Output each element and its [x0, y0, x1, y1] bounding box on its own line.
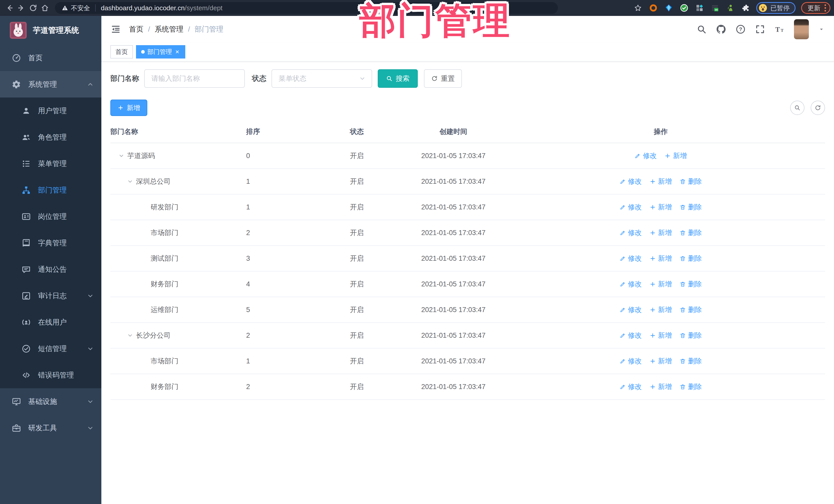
tag-active[interactable]: 部门管理: [136, 45, 185, 59]
sidebar-item-label: 角色管理: [38, 132, 67, 142]
font-size-icon[interactable]: TT: [774, 24, 785, 35]
expand-arrow-icon[interactable]: [127, 178, 133, 185]
reset-button[interactable]: 重置: [424, 69, 462, 88]
sidebar-item-audit-log[interactable]: 审计日志: [0, 283, 101, 309]
delete-action-link[interactable]: 删除: [680, 305, 702, 314]
megaphone-icon: [22, 265, 31, 274]
expand-arrow-icon[interactable]: [118, 152, 125, 159]
expand-arrow-icon[interactable]: [127, 332, 133, 339]
chevron-down-icon: [86, 292, 94, 300]
edit-action-link[interactable]: 修改: [619, 305, 642, 314]
sidebar-item-menu-management[interactable]: 菜单管理: [0, 150, 101, 177]
hamburger-icon[interactable]: [111, 24, 121, 35]
home-button[interactable]: [39, 2, 51, 14]
status-select[interactable]: 菜单状态: [271, 69, 372, 88]
edit-action-link[interactable]: 修改: [619, 202, 642, 212]
url-text: dashboard.yudao.iocoder.cn/system/dept: [101, 4, 222, 12]
edit-action-link[interactable]: 修改: [619, 280, 642, 289]
sidebar-item-sms-management[interactable]: 短信管理: [0, 335, 101, 362]
refresh-table-button[interactable]: [811, 101, 825, 115]
github-icon[interactable]: [716, 24, 726, 35]
help-icon[interactable]: ?: [736, 24, 746, 35]
plus-icon: [650, 255, 656, 262]
sidebar-item-role-management[interactable]: 角色管理: [0, 124, 101, 150]
extension-tampermonkey-icon[interactable]: on: [710, 3, 720, 13]
extensions-puzzle-icon[interactable]: [741, 3, 751, 13]
delete-action-link[interactable]: 删除: [680, 254, 702, 263]
delete-action-link[interactable]: 删除: [680, 331, 702, 340]
extension-blue-gem-icon[interactable]: [664, 3, 674, 13]
toggle-search-button[interactable]: [790, 101, 805, 115]
column-header: 排序: [246, 120, 303, 143]
edit-icon: [619, 358, 626, 365]
back-button[interactable]: [4, 2, 15, 14]
delete-action-link[interactable]: 删除: [680, 280, 702, 289]
sidebar-item-infrastructure[interactable]: 基础设施: [0, 388, 101, 415]
sidebar-item-home[interactable]: 首页: [0, 45, 101, 71]
add-button[interactable]: 新增: [110, 100, 147, 116]
sidebar-item-label: 审计日志: [38, 291, 67, 301]
sidebar-item-online-users[interactable]: 在线用户: [0, 309, 101, 335]
fullscreen-icon[interactable]: [755, 24, 765, 35]
add-action-link[interactable]: 新增: [650, 202, 672, 212]
sidebar-item-notice-announcement[interactable]: 通知公告: [0, 256, 101, 283]
extension-green-check-icon[interactable]: [679, 3, 689, 13]
browser-profile-chip[interactable]: 已暂停: [756, 2, 795, 14]
tag-item[interactable]: 首页: [110, 45, 133, 59]
table-row: 市场部门2开启2021-01-05 17:03:47修改新增删除: [110, 220, 825, 246]
security-warning[interactable]: 不安全: [62, 4, 90, 12]
extension-orange-ring-icon[interactable]: [649, 3, 658, 13]
add-action-link[interactable]: 新增: [650, 177, 672, 186]
breadcrumb-item[interactable]: 首页: [129, 24, 144, 34]
trash-icon: [680, 332, 686, 339]
search-icon[interactable]: [697, 24, 707, 35]
sidebar-item-error-code-management[interactable]: 错误码管理: [0, 362, 101, 388]
delete-action-link[interactable]: 删除: [680, 202, 702, 212]
sidebar-item-system-management[interactable]: 系统管理: [0, 71, 101, 97]
add-action-link[interactable]: 新增: [650, 280, 672, 289]
add-action-link[interactable]: 新增: [664, 151, 687, 160]
edit-action-link[interactable]: 修改: [619, 177, 642, 186]
add-action-link[interactable]: 新增: [650, 228, 672, 237]
sidebar-item-dict-management[interactable]: 字典管理: [0, 230, 101, 256]
reload-button[interactable]: [27, 2, 39, 14]
delete-action-link[interactable]: 删除: [680, 228, 702, 237]
user-avatar[interactable]: [794, 19, 809, 39]
browser-menu-icon[interactable]: [825, 4, 826, 12]
sidebar-logo[interactable]: 芋道管理系统: [0, 16, 101, 45]
search-button[interactable]: 搜索: [378, 69, 418, 88]
dept-name: 长沙分公司: [136, 331, 171, 340]
chevron-down-icon[interactable]: [818, 26, 825, 32]
sidebar-item-user-management[interactable]: 用户管理: [0, 97, 101, 124]
sidebar-item-dept-management[interactable]: 部门管理: [0, 177, 101, 203]
add-action-link[interactable]: 新增: [650, 305, 672, 314]
delete-action-link[interactable]: 删除: [680, 356, 702, 366]
bookmark-star-icon[interactable]: [633, 3, 643, 13]
dept-name-input[interactable]: [144, 69, 245, 88]
close-icon[interactable]: [175, 49, 180, 54]
header-actions: ? TT: [697, 19, 825, 39]
edit-action-link[interactable]: 修改: [619, 356, 642, 366]
extension-green-figure-icon[interactable]: [725, 3, 735, 13]
edit-icon: [619, 307, 626, 313]
dept-created-time: 2021-01-05 17:03:47: [411, 271, 496, 297]
sidebar-item-post-management[interactable]: 岗位管理: [0, 203, 101, 230]
add-action-link[interactable]: 新增: [650, 356, 672, 366]
extension-grid-icon[interactable]: [695, 3, 704, 13]
add-action-link[interactable]: 新增: [650, 382, 672, 391]
add-action-link[interactable]: 新增: [650, 254, 672, 263]
forward-button[interactable]: [15, 2, 27, 14]
edit-action-link[interactable]: 修改: [619, 254, 642, 263]
browser-update-button[interactable]: 更新: [801, 2, 830, 14]
delete-action-link[interactable]: 删除: [680, 382, 702, 391]
edit-action-link[interactable]: 修改: [619, 382, 642, 391]
breadcrumb-item[interactable]: 系统管理: [155, 24, 183, 34]
delete-action-link[interactable]: 删除: [680, 177, 702, 186]
edit-action-link[interactable]: 修改: [619, 228, 642, 237]
table-toolbar: 新增: [110, 100, 825, 116]
sidebar-item-label: 菜单管理: [38, 159, 67, 169]
sidebar-item-dev-tools[interactable]: 研发工具: [0, 415, 101, 441]
edit-action-link[interactable]: 修改: [619, 331, 642, 340]
edit-action-link[interactable]: 修改: [634, 151, 657, 160]
add-action-link[interactable]: 新增: [650, 331, 672, 340]
